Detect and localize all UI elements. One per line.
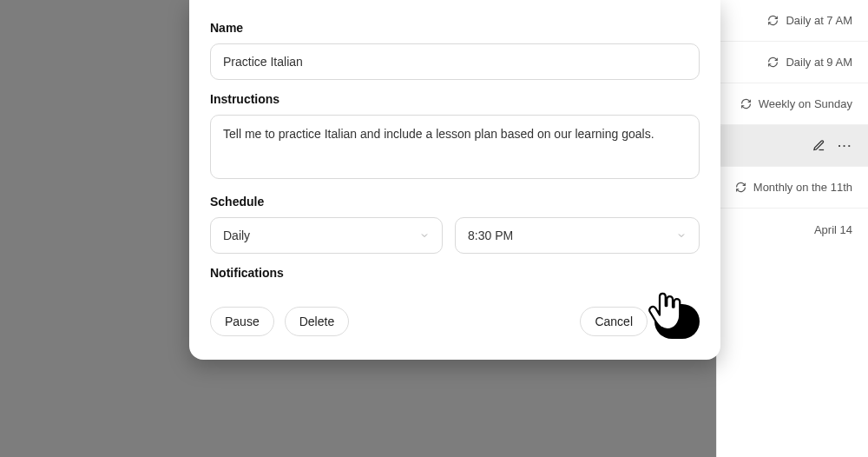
- schedule-row-label: Daily at 7 AM: [786, 14, 852, 27]
- refresh-icon: [735, 182, 746, 193]
- cursor-hand-icon: [644, 290, 686, 332]
- frequency-select[interactable]: Daily: [210, 217, 443, 254]
- chevron-down-icon: [676, 230, 687, 241]
- name-input[interactable]: [210, 43, 700, 80]
- cancel-button[interactable]: Cancel: [580, 307, 648, 336]
- schedule-side-list: Daily at 7 AM Daily at 9 AM Weekly on Su…: [716, 0, 868, 457]
- schedule-row[interactable]: Monthly on the 11th: [717, 167, 868, 209]
- instructions-label: Instructions: [210, 92, 700, 106]
- more-icon[interactable]: ···: [838, 139, 852, 152]
- schedule-row-label: Daily at 9 AM: [786, 56, 852, 69]
- dialog-actions: Pause Delete Cancel: [210, 304, 700, 339]
- time-select[interactable]: 8:30 PM: [455, 217, 700, 254]
- instructions-input[interactable]: Tell me to practice Italian and include …: [210, 115, 700, 179]
- schedule-label: Schedule: [210, 195, 700, 209]
- pencil-icon[interactable]: [812, 139, 825, 152]
- schedule-row[interactable]: April 14: [717, 209, 868, 250]
- name-label: Name: [210, 21, 700, 35]
- refresh-icon: [767, 15, 779, 26]
- schedule-row-label: Weekly on Sunday: [759, 97, 852, 110]
- chevron-down-icon: [419, 230, 430, 241]
- pause-button[interactable]: Pause: [210, 307, 274, 336]
- frequency-value: Daily: [223, 228, 250, 242]
- schedule-row[interactable]: Weekly on Sunday: [717, 83, 868, 125]
- edit-task-dialog: Name Instructions Tell me to practice It…: [189, 0, 720, 360]
- delete-button[interactable]: Delete: [285, 307, 349, 336]
- time-value: 8:30 PM: [468, 228, 513, 242]
- schedule-row-active[interactable]: ···: [717, 125, 868, 167]
- refresh-icon: [740, 98, 752, 109]
- notifications-label: Notifications: [210, 266, 700, 280]
- schedule-controls: Daily 8:30 PM: [210, 217, 700, 254]
- save-button[interactable]: [654, 304, 700, 339]
- schedule-row[interactable]: Daily at 7 AM: [717, 0, 868, 42]
- schedule-row-label: April 14: [814, 223, 852, 236]
- schedule-row[interactable]: Daily at 9 AM: [717, 42, 868, 83]
- refresh-icon: [767, 56, 779, 68]
- schedule-row-label: Monthly on the 11th: [753, 181, 852, 194]
